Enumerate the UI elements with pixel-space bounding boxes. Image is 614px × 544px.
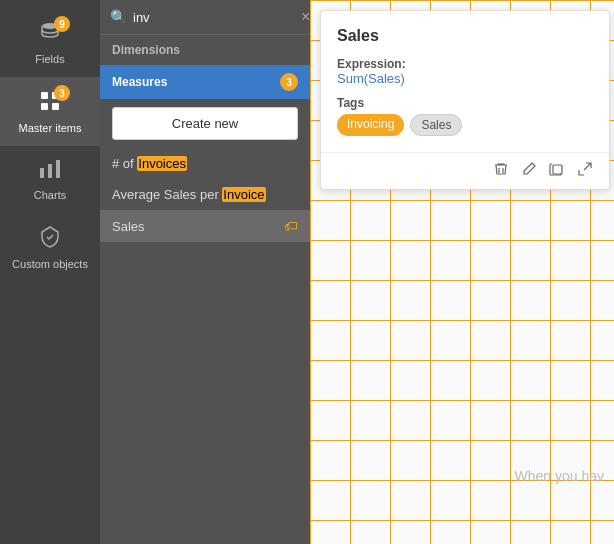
list-item-avg-sales[interactable]: Average Sales per Invoice: [100, 179, 310, 210]
list-item-sales-text: Sales: [112, 219, 145, 234]
expand-icon[interactable]: [577, 161, 593, 181]
svg-rect-1: [41, 92, 48, 99]
popup-footer: [321, 152, 609, 189]
popup-title: Sales: [337, 27, 593, 45]
highlight-invoice: Invoice: [222, 187, 265, 202]
measures-label: Measures: [112, 75, 167, 89]
custom-objects-icon: [38, 225, 62, 254]
dimensions-section-header[interactable]: Dimensions: [100, 35, 310, 65]
sidebar-item-custom-objects[interactable]: Custom objects: [0, 213, 100, 282]
sales-tag-icon: 🏷: [284, 218, 298, 234]
tag-sales[interactable]: Sales: [410, 114, 462, 136]
edit-icon[interactable]: [521, 161, 537, 181]
when-you-have-text: When you hav: [515, 468, 605, 484]
svg-rect-6: [48, 164, 52, 178]
sidebar-item-fields-label: Fields: [35, 53, 64, 65]
svg-rect-8: [553, 165, 562, 174]
create-new-button[interactable]: Create new: [112, 107, 298, 140]
list-item-invoices[interactable]: # of Invoices: [100, 148, 310, 179]
svg-rect-7: [56, 160, 60, 178]
list-item-sales[interactable]: Sales 🏷: [100, 210, 310, 242]
list-item-invoices-text: # of Invoices: [112, 156, 187, 171]
master-items-badge: 3: [54, 85, 70, 101]
sidebar-item-custom-objects-label: Custom objects: [12, 258, 88, 270]
tag-invoicing[interactable]: Invoicing: [337, 114, 404, 136]
popup-expression-value: Sum(Sales): [337, 71, 593, 86]
sidebar-item-fields[interactable]: 9 Fields: [0, 8, 100, 77]
highlight-invoices: Invoices: [137, 156, 187, 171]
list-item-avg-sales-text: Average Sales per Invoice: [112, 187, 266, 202]
fields-badge: 9: [54, 16, 70, 32]
measures-section-header[interactable]: Measures 3: [100, 65, 310, 99]
sidebar-item-charts-label: Charts: [34, 189, 66, 201]
svg-rect-5: [40, 168, 44, 178]
main-area: − Sales Expression: Sum(Sales) Tags Invo…: [310, 0, 614, 544]
sidebar-item-master-items-label: Master items: [19, 122, 82, 134]
popup-expression-label: Expression:: [337, 57, 593, 71]
measures-badge: 3: [280, 73, 298, 91]
svg-rect-4: [52, 103, 59, 110]
popup-tags-label: Tags: [337, 96, 593, 110]
dimensions-label: Dimensions: [112, 43, 180, 57]
sidebar-item-charts[interactable]: Charts: [0, 146, 100, 213]
fields-icon: 9: [38, 20, 62, 49]
popup-tags-container: Invoicing Sales: [337, 114, 593, 136]
master-items-icon: 3: [38, 89, 62, 118]
delete-icon[interactable]: [493, 161, 509, 181]
charts-icon: [38, 158, 62, 185]
search-bar-container: 🔍 ×: [100, 0, 310, 35]
duplicate-icon[interactable]: [549, 161, 565, 181]
popup-card: Sales Expression: Sum(Sales) Tags Invoic…: [320, 10, 610, 190]
sidebar: 9 Fields 3 Master items Charts: [0, 0, 100, 544]
svg-rect-3: [41, 103, 48, 110]
popup-card-body: Sales Expression: Sum(Sales) Tags Invoic…: [321, 11, 609, 152]
sidebar-item-master-items[interactable]: 3 Master items: [0, 77, 100, 146]
clear-search-button[interactable]: ×: [301, 8, 310, 26]
search-icon: 🔍: [110, 9, 127, 25]
search-input[interactable]: [133, 10, 301, 25]
search-panel: 🔍 × Dimensions Measures 3 Create new # o…: [100, 0, 310, 544]
